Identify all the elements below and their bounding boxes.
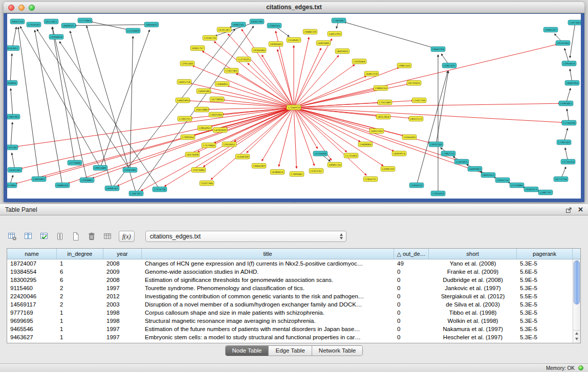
graph-node-label: 20163657 <box>7 47 18 50</box>
cell-in_degree: 1 <box>57 325 103 333</box>
network-table-combobox[interactable]: citations_edges.txt <box>145 231 346 242</box>
column-header-name[interactable]: name <box>7 249 57 259</box>
graph-node-label: 16862161 <box>232 24 244 26</box>
scroll-up-icon[interactable] <box>573 331 580 336</box>
scrollbar-thumb[interactable] <box>574 260 580 304</box>
graph-node-label: 16341562 <box>9 169 20 171</box>
graph-node-label: 15146457 <box>288 39 299 41</box>
delete-table-icon[interactable] <box>86 231 97 242</box>
cell-name: 14569117 <box>7 300 57 309</box>
scroll-down-icon[interactable] <box>573 336 580 342</box>
cell-short: Dudbridge et al. (2008) <box>429 276 517 284</box>
tab-edge-table[interactable]: Edge Table <box>269 346 312 356</box>
cell-year: 1997 <box>103 284 142 292</box>
graph-node-label: 14602494 <box>177 99 188 102</box>
graph-node-label: 16380614 <box>271 171 283 173</box>
float-panel-icon[interactable] <box>565 206 572 213</box>
graph-node-label: 18200445 <box>270 43 281 46</box>
graph-node-label: 12545714 <box>496 179 508 182</box>
select-columns-icon[interactable] <box>23 231 34 242</box>
graph-node-label: 19915089 <box>94 167 106 169</box>
table-row[interactable]: 1456911722003Disruption of a novel membe… <box>7 300 573 309</box>
vertical-scrollbar[interactable] <box>573 259 580 343</box>
table-row[interactable]: 1872400712008Changes of HCN gene express… <box>7 259 573 268</box>
table-row[interactable]: 911546021997Tourette syndrome. Phenomeno… <box>7 284 573 292</box>
graph-node-label: 11744558 <box>563 122 575 124</box>
cell-pagerank: 5.3E-5 <box>517 333 573 341</box>
table-row[interactable]: 946554611997Estimation of the future num… <box>7 325 573 333</box>
graph-node-label: 19013904 <box>7 184 16 187</box>
cell-out_de: 0 <box>394 292 429 300</box>
tab-network-table[interactable]: Network Table <box>312 346 363 356</box>
cell-year: 1997 <box>103 333 142 341</box>
table-body: 1872400712008Changes of HCN gene express… <box>7 259 573 343</box>
graph-node-label: 17054721 <box>364 178 376 181</box>
table-row[interactable]: 969969511998Structural magnetic resonanc… <box>7 317 573 325</box>
cell-name: 9699695 <box>7 317 57 325</box>
cell-pagerank: 5.6E-5 <box>517 268 573 276</box>
column-header-in_degree[interactable]: in_degree <box>57 249 103 259</box>
column-header-short[interactable]: short <box>429 249 517 259</box>
graph-node-label: 14702039 <box>214 129 226 132</box>
tab-node-table[interactable]: Node Table <box>226 346 269 356</box>
cell-out_de: 0 <box>394 309 429 317</box>
cell-title: Changes of HCN gene expression and I(f) … <box>142 259 394 268</box>
new-table-icon[interactable] <box>70 231 81 242</box>
cell-pagerank: 5.5E-5 <box>517 292 573 300</box>
cell-title: Disruption of a novel member of a sodium… <box>142 300 394 309</box>
close-window-button[interactable] <box>8 5 14 11</box>
graph-node-label: 17579604 <box>203 144 214 147</box>
graph-node-label: 11425015 <box>455 161 467 163</box>
cell-in_degree: 6 <box>57 276 103 284</box>
cell-name: 22420046 <box>7 292 57 300</box>
graph-node-label: 25260850 <box>7 82 16 84</box>
table-row[interactable]: 977716911998Corpus callosum shape and si… <box>7 309 573 317</box>
graph-node-label: 17924559 <box>432 192 444 195</box>
fx-label: f(x) <box>122 233 131 240</box>
cell-out_de: 0 <box>394 300 429 309</box>
cell-title: Estimation of the future numbers of pati… <box>142 325 394 333</box>
graph-node-label: 12475084 <box>192 169 204 171</box>
graph-node-label: 20643754 <box>11 20 23 23</box>
column-chooser-icon[interactable] <box>54 231 66 242</box>
graph-node-label: 15950670 <box>50 36 62 38</box>
table-row[interactable]: 946362711997Embryonic stem cells: a mode… <box>7 333 573 341</box>
zoom-window-button[interactable] <box>29 5 35 11</box>
cell-pagerank: 5.3E-5 <box>517 300 573 309</box>
table-row[interactable]: 2242004622012Investigating the contribut… <box>7 292 573 300</box>
cell-pagerank: 5.3E-5 <box>517 259 573 268</box>
graph-node-label: 12520776 <box>204 37 215 39</box>
graph-node-label: 12775843 <box>79 19 91 22</box>
graph-node-label: 12734124 <box>562 161 574 163</box>
graph-node-label: 16344560 <box>253 49 265 52</box>
graph-node-label: 16644433 <box>145 24 157 26</box>
network-graph[interactable]: 1724097016055065180390351252046416461218… <box>7 14 581 199</box>
column-header-year[interactable]: year <box>103 249 142 259</box>
panel-title: Table Panel <box>5 204 37 215</box>
close-panel-icon[interactable]: ✕ <box>578 204 583 215</box>
network-view-canvas[interactable]: 1724097016055065180390351252046416461218… <box>7 14 581 199</box>
minimize-window-button[interactable] <box>18 5 25 11</box>
table-row[interactable]: 1830029562008Estimation of significance … <box>7 276 573 284</box>
table-row[interactable]: 1938455462009Genome-wide association stu… <box>7 268 573 276</box>
column-header-title[interactable]: title <box>142 249 394 259</box>
graph-node-label: 15545985 <box>124 169 136 171</box>
graph-node-label: 18039035 <box>336 50 348 53</box>
column-header-pagerank[interactable]: pagerank <box>517 249 573 259</box>
cell-year: 1998 <box>103 317 142 325</box>
table-settings-icon[interactable] <box>7 231 18 242</box>
graph-node-label: 12007421 <box>443 64 455 67</box>
window-titlebar[interactable]: citations_edges.txt <box>4 2 584 13</box>
graph-node-label: 17437383 <box>225 70 237 72</box>
combobox-value: citations_edges.txt <box>146 233 201 240</box>
cell-in_degree: 2 <box>57 292 103 300</box>
import-table-icon[interactable] <box>38 231 50 242</box>
cell-short: Franke et al. (2009) <box>429 268 517 276</box>
graph-node-label: 18301757 <box>191 47 203 50</box>
cell-name: 9777169 <box>7 309 57 317</box>
graph-node-label: 11910105 <box>28 24 39 26</box>
merge-table-icon[interactable] <box>102 231 113 242</box>
function-builder-button[interactable]: f(x) <box>119 231 135 242</box>
cell-out_de: 0 <box>394 333 429 341</box>
column-header-out_de[interactable]: △ out_de… <box>394 249 429 259</box>
